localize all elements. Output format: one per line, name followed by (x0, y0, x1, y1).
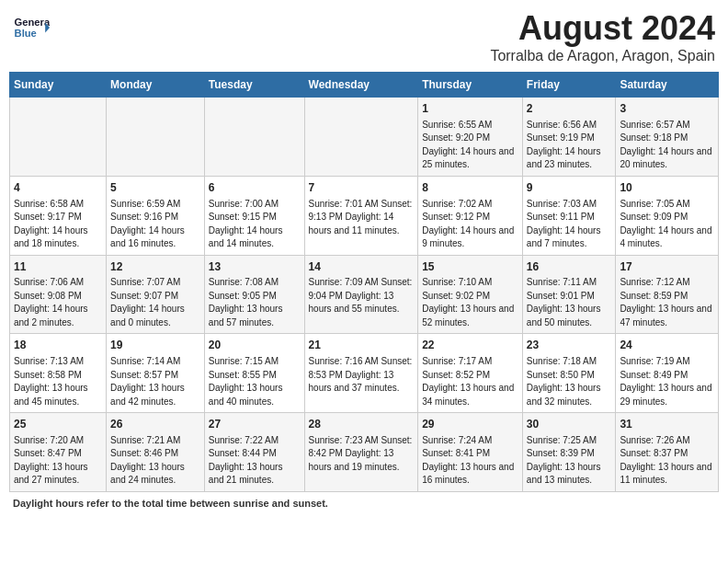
calendar-cell: 29Sunrise: 7:24 AM Sunset: 8:41 PM Dayli… (418, 413, 523, 492)
day-info: Sunrise: 7:14 AM Sunset: 8:57 PM Dayligh… (110, 355, 200, 408)
main-title: August 2024 (490, 9, 715, 48)
day-info: Sunrise: 7:20 AM Sunset: 8:47 PM Dayligh… (14, 434, 102, 488)
calendar-cell (204, 98, 304, 177)
logo: General Blue (13, 9, 50, 46)
calendar-cell: 23Sunrise: 7:18 AM Sunset: 8:50 PM Dayli… (522, 334, 616, 413)
day-number: 4 (14, 180, 102, 196)
day-info: Sunrise: 7:23 AM Sunset: 8:42 PM Dayligh… (309, 434, 415, 475)
day-info: Sunrise: 6:56 AM Sunset: 9:19 PM Dayligh… (527, 119, 612, 172)
calendar-cell (304, 98, 418, 177)
calendar-cell: 30Sunrise: 7:25 AM Sunset: 8:39 PM Dayli… (522, 413, 616, 492)
calendar-table: SundayMondayTuesdayWednesdayThursdayFrid… (9, 72, 719, 492)
day-number: 29 (422, 417, 518, 432)
day-info: Sunrise: 7:15 AM Sunset: 8:55 PM Dayligh… (209, 355, 301, 408)
day-number: 14 (309, 259, 415, 275)
day-info: Sunrise: 7:18 AM Sunset: 8:50 PM Dayligh… (527, 355, 612, 408)
day-info: Sunrise: 7:02 AM Sunset: 9:12 PM Dayligh… (422, 198, 518, 251)
calendar-cell: 8Sunrise: 7:02 AM Sunset: 9:12 PM Daylig… (418, 176, 523, 255)
day-number: 11 (14, 259, 102, 275)
day-info: Sunrise: 7:21 AM Sunset: 8:46 PM Dayligh… (110, 434, 200, 488)
day-number: 5 (110, 180, 200, 196)
calendar-cell (10, 98, 107, 177)
week-row-1: 4Sunrise: 6:58 AM Sunset: 9:17 PM Daylig… (10, 176, 719, 255)
day-info: Sunrise: 7:00 AM Sunset: 9:15 PM Dayligh… (209, 198, 301, 251)
calendar-cell: 26Sunrise: 7:21 AM Sunset: 8:46 PM Dayli… (107, 413, 205, 492)
calendar-cell (107, 98, 205, 177)
calendar-cell: 18Sunrise: 7:13 AM Sunset: 8:58 PM Dayli… (10, 334, 107, 413)
day-info: Sunrise: 7:22 AM Sunset: 8:44 PM Dayligh… (209, 434, 301, 488)
day-number: 17 (620, 259, 714, 275)
day-info: Sunrise: 7:17 AM Sunset: 8:52 PM Dayligh… (422, 355, 518, 408)
calendar-cell: 1Sunrise: 6:55 AM Sunset: 9:20 PM Daylig… (418, 98, 523, 177)
sub-title: Torralba de Aragon, Aragon, Spain (490, 48, 715, 64)
calendar-cell: 22Sunrise: 7:17 AM Sunset: 8:52 PM Dayli… (418, 334, 523, 413)
calendar-cell: 28Sunrise: 7:23 AM Sunset: 8:42 PM Dayli… (304, 413, 418, 492)
calendar-cell: 12Sunrise: 7:07 AM Sunset: 9:07 PM Dayli… (107, 255, 205, 334)
svg-text:Blue: Blue (15, 28, 37, 39)
header-day-wednesday: Wednesday (304, 73, 418, 98)
day-number: 19 (110, 338, 200, 353)
day-info: Sunrise: 7:09 AM Sunset: 9:04 PM Dayligh… (309, 276, 415, 316)
day-number: 9 (527, 180, 612, 196)
day-info: Sunrise: 6:58 AM Sunset: 9:17 PM Dayligh… (14, 198, 102, 251)
day-info: Sunrise: 6:57 AM Sunset: 9:18 PM Dayligh… (620, 119, 714, 172)
day-number: 26 (110, 417, 200, 432)
day-number: 8 (422, 180, 518, 196)
calendar-cell: 13Sunrise: 7:08 AM Sunset: 9:05 PM Dayli… (204, 255, 304, 334)
calendar-cell: 6Sunrise: 7:00 AM Sunset: 9:15 PM Daylig… (204, 176, 304, 255)
footer-note: Daylight hours refer to the total time b… (9, 498, 719, 509)
day-info: Sunrise: 7:01 AM Sunset: 9:13 PM Dayligh… (309, 198, 415, 238)
day-number: 21 (309, 338, 415, 353)
footer-description: refer to the total time between sunrise … (84, 498, 328, 509)
day-info: Sunrise: 7:07 AM Sunset: 9:07 PM Dayligh… (110, 276, 200, 329)
header-row: SundayMondayTuesdayWednesdayThursdayFrid… (10, 73, 719, 98)
day-number: 28 (309, 417, 415, 432)
calendar-cell: 3Sunrise: 6:57 AM Sunset: 9:18 PM Daylig… (616, 98, 719, 177)
day-info: Sunrise: 6:55 AM Sunset: 9:20 PM Dayligh… (422, 119, 518, 172)
calendar-cell: 20Sunrise: 7:15 AM Sunset: 8:55 PM Dayli… (204, 334, 304, 413)
header-day-sunday: Sunday (10, 73, 107, 98)
day-number: 27 (209, 417, 301, 432)
calendar-cell: 5Sunrise: 6:59 AM Sunset: 9:16 PM Daylig… (107, 176, 205, 255)
day-number: 25 (14, 417, 102, 432)
day-number: 13 (209, 259, 301, 275)
day-number: 18 (14, 338, 102, 353)
day-number: 7 (309, 180, 415, 196)
day-info: Sunrise: 7:16 AM Sunset: 8:53 PM Dayligh… (309, 355, 415, 396)
day-info: Sunrise: 7:26 AM Sunset: 8:37 PM Dayligh… (620, 434, 714, 488)
day-info: Sunrise: 7:13 AM Sunset: 8:58 PM Dayligh… (14, 355, 102, 408)
calendar-cell: 16Sunrise: 7:11 AM Sunset: 9:01 PM Dayli… (522, 255, 616, 334)
calendar-cell: 27Sunrise: 7:22 AM Sunset: 8:44 PM Dayli… (204, 413, 304, 492)
calendar-cell: 15Sunrise: 7:10 AM Sunset: 9:02 PM Dayli… (418, 255, 523, 334)
day-number: 24 (620, 338, 714, 353)
day-info: Sunrise: 7:06 AM Sunset: 9:08 PM Dayligh… (14, 276, 102, 329)
day-number: 12 (110, 259, 200, 275)
calendar-cell: 24Sunrise: 7:19 AM Sunset: 8:49 PM Dayli… (616, 334, 719, 413)
calendar-cell: 19Sunrise: 7:14 AM Sunset: 8:57 PM Dayli… (107, 334, 205, 413)
day-number: 3 (620, 101, 714, 117)
week-row-0: 1Sunrise: 6:55 AM Sunset: 9:20 PM Daylig… (10, 98, 719, 177)
week-row-3: 18Sunrise: 7:13 AM Sunset: 8:58 PM Dayli… (10, 334, 719, 413)
week-row-4: 25Sunrise: 7:20 AM Sunset: 8:47 PM Dayli… (10, 413, 719, 492)
header-day-tuesday: Tuesday (204, 73, 304, 98)
day-number: 10 (620, 180, 714, 196)
day-info: Sunrise: 7:05 AM Sunset: 9:09 PM Dayligh… (620, 198, 714, 251)
calendar-cell: 10Sunrise: 7:05 AM Sunset: 9:09 PM Dayli… (616, 176, 719, 255)
header-day-saturday: Saturday (616, 73, 719, 98)
calendar-cell: 9Sunrise: 7:03 AM Sunset: 9:11 PM Daylig… (522, 176, 616, 255)
day-number: 22 (422, 338, 518, 353)
calendar-cell: 21Sunrise: 7:16 AM Sunset: 8:53 PM Dayli… (304, 334, 418, 413)
logo-icon: General Blue (13, 9, 50, 46)
calendar-cell: 11Sunrise: 7:06 AM Sunset: 9:08 PM Dayli… (10, 255, 107, 334)
day-info: Sunrise: 7:11 AM Sunset: 9:01 PM Dayligh… (527, 276, 612, 329)
day-number: 31 (620, 417, 714, 432)
day-number: 20 (209, 338, 301, 353)
svg-text:General: General (15, 17, 50, 28)
day-info: Sunrise: 7:08 AM Sunset: 9:05 PM Dayligh… (209, 276, 301, 329)
day-info: Sunrise: 6:59 AM Sunset: 9:16 PM Dayligh… (110, 198, 200, 251)
day-info: Sunrise: 7:19 AM Sunset: 8:49 PM Dayligh… (620, 355, 714, 408)
day-info: Sunrise: 7:03 AM Sunset: 9:11 PM Dayligh… (527, 198, 612, 251)
title-block: August 2024 Torralba de Aragon, Aragon, … (490, 9, 715, 64)
calendar-cell: 7Sunrise: 7:01 AM Sunset: 9:13 PM Daylig… (304, 176, 418, 255)
calendar-cell: 4Sunrise: 6:58 AM Sunset: 9:17 PM Daylig… (10, 176, 107, 255)
